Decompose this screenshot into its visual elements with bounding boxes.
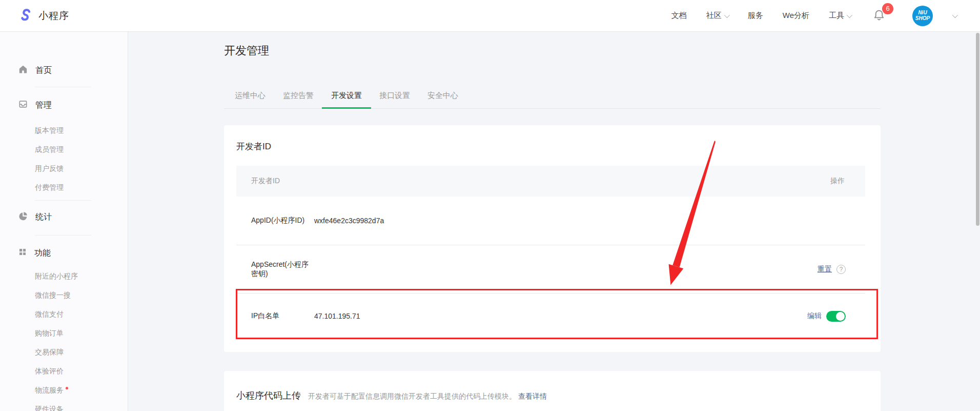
sidebar-item-payment-manage[interactable]: 付费管理 <box>35 183 128 193</box>
sidebar-item-wechat-pay[interactable]: 微信支付 <box>35 310 128 320</box>
sidebar-item-shopping-orders[interactable]: 购物订单 <box>35 329 128 339</box>
account-menu-button[interactable] <box>952 14 956 18</box>
section-title-developer-id: 开发者ID <box>236 125 865 153</box>
chevron-down-icon <box>952 12 958 17</box>
sidebar-item-version-manage[interactable]: 版本管理 <box>35 126 128 136</box>
sidebar: 首页 管理 版本管理 成员管理 用户反馈 付费管理 统计 <box>0 32 128 411</box>
pie-chart-icon <box>18 211 28 223</box>
sidebar-item-experience-rating[interactable]: 体验评价 <box>35 367 128 377</box>
tab-ops-center[interactable]: 运维中心 <box>235 90 266 108</box>
avatar[interactable]: NiU SHOP <box>912 6 933 26</box>
notification-badge: 6 <box>882 3 893 14</box>
table-header-developer-id: 开发者ID <box>251 177 280 186</box>
sidebar-item-manage[interactable]: 管理 <box>18 99 128 112</box>
sidebar-item-label: 首页 <box>35 65 52 76</box>
page-title: 开发管理 <box>224 32 881 58</box>
table-row-appsecret: AppSecret(小程序密钥) 重置 ? <box>236 245 865 293</box>
code-upload-card: 小程序代码上传 开发者可基于配置信息调用微信开发者工具提供的代码上传模块。 查看… <box>224 371 881 411</box>
sidebar-item-logistics-service[interactable]: 物流服务 <box>35 386 128 396</box>
sidebar-item-wechat-search[interactable]: 微信搜一搜 <box>35 291 128 301</box>
brand-name: 小程序 <box>38 9 69 23</box>
code-upload-description: 开发者可基于配置信息调用微信开发者工具提供的代码上传模块。 查看详情 <box>308 392 547 401</box>
table-header: 开发者ID 操作 <box>236 166 865 197</box>
grid-icon <box>18 247 27 259</box>
sidebar-divider <box>35 200 91 201</box>
sidebar-item-label: 统计 <box>35 212 52 223</box>
table-row-appid: AppID(小程序ID) wxfe46e2c3c9982d7a <box>236 197 865 245</box>
tab-api-settings[interactable]: 接口设置 <box>379 90 410 108</box>
nav-link-label: 服务 <box>748 11 763 21</box>
miniprogram-logo-icon <box>18 7 33 25</box>
sidebar-item-home[interactable]: 首页 <box>18 64 128 77</box>
nav-link-services[interactable]: 服务 <box>748 11 763 21</box>
sidebar-item-stats[interactable]: 统计 <box>18 210 128 224</box>
appsecret-label: AppSecret(小程序密钥) <box>251 260 314 279</box>
top-navbar: 小程序 文档 社区 服务 We分析 工具 6 <box>0 0 980 32</box>
appid-label: AppID(小程序ID) <box>251 216 314 225</box>
sidebar-item-member-manage[interactable]: 成员管理 <box>35 145 128 155</box>
section-title-code-upload: 小程序代码上传 <box>236 389 301 402</box>
new-badge-dot <box>66 387 68 389</box>
sidebar-item-label: 管理 <box>35 100 52 111</box>
sidebar-item-trade-guarantee[interactable]: 交易保障 <box>35 348 128 358</box>
view-details-link[interactable]: 查看详情 <box>518 392 547 400</box>
vertical-scrollbar[interactable] <box>976 33 979 226</box>
bell-icon <box>872 14 886 23</box>
notifications-button[interactable]: 6 <box>872 8 886 24</box>
inbox-icon <box>18 99 28 111</box>
sidebar-item-user-feedback[interactable]: 用户反馈 <box>35 164 128 174</box>
nav-link-label: 工具 <box>829 11 844 21</box>
appid-value: wxfe46e2c3c9982d7a <box>314 217 384 225</box>
sidebar-item-features[interactable]: 功能 <box>18 246 128 260</box>
nav-link-we-analytics[interactable]: We分析 <box>783 11 809 21</box>
toggle-knob <box>836 312 845 321</box>
sidebar-item-hardware-device[interactable]: 硬件设备 <box>35 405 128 411</box>
avatar-text: NiU <box>918 10 927 16</box>
nav-link-docs[interactable]: 文档 <box>671 11 687 21</box>
help-icon[interactable]: ? <box>836 265 846 274</box>
chevron-down-icon <box>847 12 852 17</box>
nav-link-tools[interactable]: 工具 <box>829 11 851 21</box>
sidebar-item-nearby-miniprogram[interactable]: 附近的小程序 <box>35 272 128 282</box>
ip-whitelist-toggle[interactable] <box>826 311 846 322</box>
ip-whitelist-value: 47.101.195.71 <box>314 312 360 320</box>
tab-bar: 运维中心 监控告警 开发设置 接口设置 安全中心 <box>224 90 881 109</box>
nav-link-label: 文档 <box>671 11 687 21</box>
avatar-text: SHOP <box>915 16 930 22</box>
main-content: 开发管理 运维中心 监控告警 开发设置 接口设置 安全中心 开发者ID 开发者I… <box>128 32 980 411</box>
nav-link-label: We分析 <box>783 11 809 21</box>
sidebar-divider <box>35 87 91 87</box>
developer-id-card: 开发者ID 开发者ID 操作 AppID(小程序ID) wxfe46e2c3c9… <box>224 125 881 352</box>
table-row-ip-whitelist: IP白名单 47.101.195.71 编辑 <box>236 293 865 339</box>
home-icon <box>18 64 28 76</box>
reset-link[interactable]: 重置 <box>818 265 832 274</box>
tab-security-center[interactable]: 安全中心 <box>427 90 458 108</box>
edit-link[interactable]: 编辑 <box>807 311 822 321</box>
tab-monitor-alert[interactable]: 监控告警 <box>283 90 314 108</box>
table-header-actions: 操作 <box>830 177 845 186</box>
sidebar-item-label: 功能 <box>34 248 51 259</box>
ip-whitelist-label: IP白名单 <box>251 311 314 321</box>
brand[interactable]: 小程序 <box>18 7 69 25</box>
nav-link-label: 社区 <box>706 11 722 21</box>
chevron-down-icon <box>724 12 730 17</box>
tab-dev-settings[interactable]: 开发设置 <box>331 90 362 108</box>
nav-link-community[interactable]: 社区 <box>706 11 728 21</box>
sidebar-divider <box>35 235 91 236</box>
